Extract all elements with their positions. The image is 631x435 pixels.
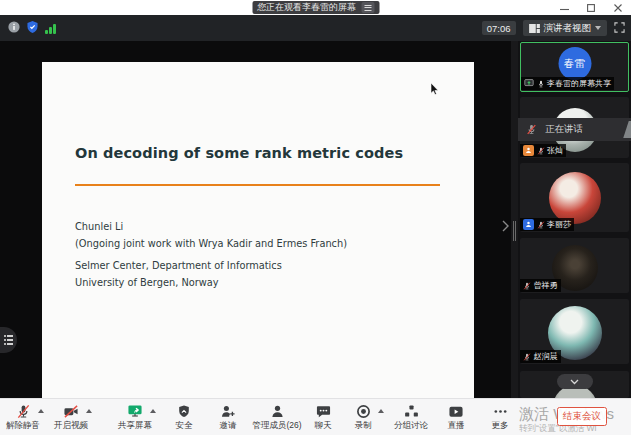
chevron-up-icon[interactable] [38,409,44,413]
participant-label: 李丽莎 [520,218,574,231]
side-menu-button[interactable] [0,327,17,353]
participant-name: 李丽莎 [547,219,571,230]
minimize-button[interactable] [557,2,571,14]
participant-name: 张灿 [547,145,563,156]
speaking-toast-text: 正在讲话 [545,123,583,136]
live-icon [448,404,464,419]
start-video-label: 开启视频 [45,420,97,432]
slide-accent-rule [75,184,440,186]
meeting-info-icon[interactable] [8,19,20,37]
shield-protect-icon[interactable] [27,19,38,37]
speaking-toast: 正在讲话 [518,118,631,141]
participant-tile-sharer[interactable]: 春雷 李春雷的屏幕共享 [520,42,629,92]
participant-label: 李春雷的屏幕共享 [521,77,614,90]
chevron-down-icon [570,379,579,385]
toast-wedge [623,121,631,138]
mic-muted-icon [523,281,531,291]
close-button[interactable] [611,2,625,14]
invite-icon [220,404,236,419]
topbar-view-controls: 07:06 演讲者视图 [482,15,625,41]
chat-icon [316,404,331,419]
mic-muted-icon [526,123,537,136]
chevron-down-icon [595,26,601,30]
mic-on-icon [537,79,545,89]
participant-label: 赵润晨 [520,350,561,363]
cohost-badge-icon [523,219,534,230]
participants-sidebar: 春雷 李春雷的屏幕共享 张灿 [518,41,631,398]
record-icon [356,404,371,419]
more-icon [493,404,508,419]
participant-label: 张灿 [520,144,566,157]
speaker-view-label: 演讲者视图 [544,22,592,35]
mic-muted-icon [537,146,545,156]
participant-tile[interactable]: 李丽莎 [520,163,629,232]
shared-screen-area: On decoding of some rank metric codes Ch… [0,41,511,398]
banner-menu-icon[interactable] [361,2,374,13]
sidebar-expand-chevron[interactable] [499,217,511,235]
maximize-button[interactable] [584,2,598,14]
window-controls [557,0,625,15]
share-screen-label: 共享屏幕 [109,420,161,432]
meeting-topbar: 07:06 演讲者视图 [0,15,631,41]
chevron-up-icon[interactable] [378,409,384,413]
chevron-up-icon[interactable] [86,409,92,413]
window-titlebar: 您正在观看李春雷的屏幕 [0,0,631,15]
end-meeting-button[interactable]: 结束会议 [557,407,607,426]
layout-view-icon [529,24,540,33]
participant-tile[interactable]: 赵润晨 [520,299,629,364]
chevron-up-icon[interactable] [150,409,156,413]
fullscreen-icon[interactable] [614,19,625,37]
unmute-label: 解除静音 [0,420,49,432]
speaker-view-button[interactable]: 演讲者视图 [523,20,608,36]
participant-name: 曾祥勇 [534,280,558,291]
screen-share-badge-icon [524,79,534,88]
share-screen-button[interactable]: 共享屏幕 [109,402,161,432]
members-icon [270,404,285,419]
screen-share-icon [127,404,143,419]
meeting-window: 您正在观看李春雷的屏幕 07:06 [0,0,631,435]
slide-joint-work: (Ongoing joint work with Wrya Kadir and … [75,238,347,249]
unmute-button[interactable]: 解除静音 [0,402,49,432]
slide-author: Chunlei Li [75,221,123,232]
avatar: 春雷 [558,47,591,80]
slide-affiliation-2: University of Bergen, Norway [75,277,219,288]
slide-affiliation-1: Selmer Center, Department of Informatics [75,260,282,271]
watching-banner-text: 您正在观看李春雷的屏幕 [257,1,356,14]
mouse-cursor-icon [430,81,439,100]
panel-splitter[interactable] [511,41,518,398]
breakout-icon [404,404,419,419]
camera-off-icon [63,404,79,419]
participant-name: 赵润晨 [534,351,558,362]
record-button[interactable]: 录制 [337,402,389,432]
mic-muted-icon [523,352,531,362]
presentation-slide: On decoding of some rank metric codes Ch… [42,62,474,398]
avatar [549,172,601,224]
participant-label: 曾祥勇 [520,279,561,292]
slide-title: On decoding of some rank metric codes [75,145,403,161]
sidebar-collapse-button[interactable] [557,374,593,389]
participant-name: 李春雷的屏幕共享 [547,78,611,89]
shield-icon [177,404,191,419]
mic-muted-icon [537,220,545,230]
host-badge-icon [523,145,534,156]
start-video-button[interactable]: 开启视频 [45,402,97,432]
watching-banner[interactable]: 您正在观看李春雷的屏幕 [252,1,379,14]
meeting-timer: 07:06 [482,21,516,35]
record-label: 录制 [337,420,389,432]
topbar-status-icons [8,15,56,41]
participant-tile[interactable]: 曾祥勇 [520,238,629,293]
mic-muted-icon [16,404,31,419]
network-signal-icon[interactable] [45,23,56,34]
